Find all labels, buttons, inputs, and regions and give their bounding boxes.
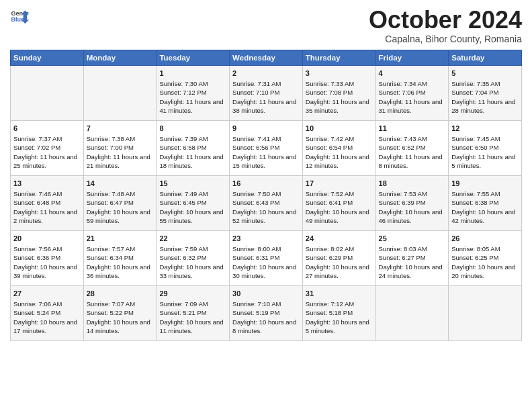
weekday-header: Monday	[83, 50, 157, 65]
sunset-text: Sunset: 6:43 PM	[232, 199, 279, 206]
logo: General Blue	[10, 7, 29, 26]
daylight-text: Daylight: 10 hours and 49 minutes.	[306, 208, 369, 224]
sunset-text: Sunset: 6:25 PM	[451, 254, 498, 261]
daylight-text: Daylight: 10 hours and 39 minutes.	[13, 263, 77, 279]
daylight-text: Daylight: 11 hours and 15 minutes.	[232, 153, 296, 169]
calendar-cell: 31Sunrise: 7:12 AMSunset: 5:18 PMDayligh…	[302, 285, 375, 340]
daylight-text: Daylight: 10 hours and 24 minutes.	[379, 263, 443, 279]
month-title: October 2024	[369, 7, 522, 34]
calendar-cell: 6Sunrise: 7:37 AMSunset: 7:02 PMDaylight…	[11, 120, 84, 175]
sunrise-text: Sunrise: 7:46 AM	[13, 190, 62, 197]
day-number: 25	[379, 234, 446, 244]
sunset-text: Sunset: 5:18 PM	[306, 309, 353, 316]
daylight-text: Daylight: 10 hours and 55 minutes.	[159, 208, 223, 224]
sunrise-text: Sunrise: 7:50 AM	[232, 190, 281, 197]
sunset-text: Sunset: 6:27 PM	[379, 254, 426, 261]
sunrise-text: Sunrise: 7:35 AM	[451, 80, 500, 87]
sunset-text: Sunset: 6:38 PM	[451, 199, 498, 206]
calendar-week-row: 6Sunrise: 7:37 AMSunset: 7:02 PMDaylight…	[11, 120, 522, 175]
sunset-text: Sunset: 6:52 PM	[379, 144, 426, 151]
calendar-cell: 21Sunrise: 7:57 AMSunset: 6:34 PMDayligh…	[83, 230, 157, 285]
calendar-cell: 25Sunrise: 8:03 AMSunset: 6:27 PMDayligh…	[375, 230, 449, 285]
day-number: 7	[87, 124, 154, 134]
daylight-text: Daylight: 11 hours and 35 minutes.	[306, 98, 369, 114]
sunset-text: Sunset: 6:58 PM	[159, 144, 206, 151]
calendar-week-row: 20Sunrise: 7:56 AMSunset: 6:36 PMDayligh…	[11, 230, 522, 285]
daylight-text: Daylight: 10 hours and 8 minutes.	[232, 318, 296, 334]
day-number: 6	[13, 124, 81, 134]
page-container: General Blue October 2024 Capalna, Bihor…	[0, 0, 532, 345]
sunset-text: Sunset: 7:06 PM	[379, 89, 426, 96]
day-number: 22	[159, 234, 226, 244]
calendar-cell: 17Sunrise: 7:52 AMSunset: 6:41 PMDayligh…	[302, 175, 375, 230]
daylight-text: Daylight: 11 hours and 28 minutes.	[451, 98, 515, 114]
sunrise-text: Sunrise: 7:33 AM	[306, 80, 354, 87]
calendar-week-row: 13Sunrise: 7:46 AMSunset: 6:48 PMDayligh…	[11, 175, 522, 230]
day-number: 18	[379, 179, 446, 189]
sunset-text: Sunset: 7:02 PM	[13, 144, 60, 151]
calendar-cell: 11Sunrise: 7:43 AMSunset: 6:52 PMDayligh…	[375, 120, 449, 175]
day-number: 17	[306, 179, 373, 189]
sunrise-text: Sunrise: 7:41 AM	[232, 135, 281, 142]
calendar-cell: 10Sunrise: 7:42 AMSunset: 6:54 PMDayligh…	[302, 120, 375, 175]
calendar-cell: 30Sunrise: 7:10 AMSunset: 5:19 PMDayligh…	[230, 285, 303, 340]
daylight-text: Daylight: 11 hours and 21 minutes.	[87, 153, 150, 169]
calendar-week-row: 27Sunrise: 7:06 AMSunset: 5:24 PMDayligh…	[11, 285, 522, 340]
day-number: 10	[306, 124, 373, 134]
calendar-week-row: 1Sunrise: 7:30 AMSunset: 7:12 PMDaylight…	[11, 65, 522, 120]
svg-text:Blue: Blue	[11, 16, 24, 23]
day-number: 30	[232, 289, 300, 299]
weekday-header: Sunday	[11, 50, 84, 65]
weekday-header: Wednesday	[230, 50, 303, 65]
weekday-header: Tuesday	[157, 50, 230, 65]
sunrise-text: Sunrise: 7:42 AM	[306, 135, 354, 142]
day-number: 1	[159, 68, 226, 79]
calendar-cell: 5Sunrise: 7:35 AMSunset: 7:04 PMDaylight…	[449, 65, 522, 120]
day-number: 29	[159, 289, 226, 299]
sunrise-text: Sunrise: 8:00 AM	[232, 245, 281, 253]
daylight-text: Daylight: 11 hours and 2 minutes.	[13, 208, 77, 224]
daylight-text: Daylight: 11 hours and 31 minutes.	[379, 98, 443, 114]
day-number: 3	[306, 68, 373, 79]
day-number: 19	[451, 179, 519, 189]
calendar-cell: 3Sunrise: 7:33 AMSunset: 7:08 PMDaylight…	[302, 65, 375, 120]
day-number: 23	[232, 234, 300, 244]
calendar-cell: 20Sunrise: 7:56 AMSunset: 6:36 PMDayligh…	[11, 230, 84, 285]
sunrise-text: Sunrise: 7:56 AM	[13, 245, 62, 253]
daylight-text: Daylight: 10 hours and 20 minutes.	[451, 263, 515, 279]
sunrise-text: Sunrise: 8:02 AM	[306, 245, 354, 253]
day-number: 27	[13, 289, 81, 299]
sunrise-text: Sunrise: 7:53 AM	[379, 190, 427, 197]
sunset-text: Sunset: 5:22 PM	[87, 309, 134, 316]
day-number: 4	[379, 68, 446, 79]
sunset-text: Sunset: 6:41 PM	[306, 199, 353, 206]
calendar-cell: 26Sunrise: 8:05 AMSunset: 6:25 PMDayligh…	[449, 230, 522, 285]
day-number: 21	[87, 234, 154, 244]
calendar-cell: 7Sunrise: 7:38 AMSunset: 7:00 PMDaylight…	[83, 120, 157, 175]
sunrise-text: Sunrise: 7:09 AM	[159, 300, 208, 308]
calendar-cell: 9Sunrise: 7:41 AMSunset: 6:56 PMDaylight…	[230, 120, 303, 175]
calendar-cell: 16Sunrise: 7:50 AMSunset: 6:43 PMDayligh…	[230, 175, 303, 230]
calendar-cell: 24Sunrise: 8:02 AMSunset: 6:29 PMDayligh…	[302, 230, 375, 285]
sunrise-text: Sunrise: 7:07 AM	[87, 300, 135, 308]
sunrise-text: Sunrise: 7:31 AM	[232, 80, 281, 87]
location: Capalna, Bihor County, Romania	[369, 34, 522, 44]
weekday-header: Thursday	[302, 50, 375, 65]
sunrise-text: Sunrise: 7:12 AM	[306, 300, 354, 308]
calendar-cell: 12Sunrise: 7:45 AMSunset: 6:50 PMDayligh…	[449, 120, 522, 175]
daylight-text: Daylight: 11 hours and 38 minutes.	[232, 98, 296, 114]
sunrise-text: Sunrise: 7:49 AM	[159, 190, 208, 197]
day-number: 20	[13, 234, 81, 244]
sunrise-text: Sunrise: 7:30 AM	[159, 80, 208, 87]
sunrise-text: Sunrise: 7:48 AM	[87, 190, 135, 197]
calendar-cell: 19Sunrise: 7:55 AMSunset: 6:38 PMDayligh…	[449, 175, 522, 230]
sunrise-text: Sunrise: 7:52 AM	[306, 190, 354, 197]
sunset-text: Sunset: 7:10 PM	[232, 89, 279, 96]
sunset-text: Sunset: 5:21 PM	[159, 309, 206, 316]
sunset-text: Sunset: 6:45 PM	[159, 199, 206, 206]
day-number: 8	[159, 124, 226, 134]
calendar-cell: 4Sunrise: 7:34 AMSunset: 7:06 PMDaylight…	[375, 65, 449, 120]
day-number: 5	[451, 68, 519, 79]
sunset-text: Sunset: 5:24 PM	[13, 309, 60, 316]
header: General Blue October 2024 Capalna, Bihor…	[10, 7, 522, 44]
